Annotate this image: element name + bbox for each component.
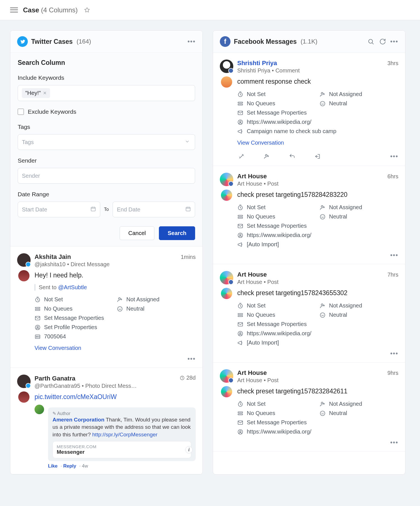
message-body: comment response check bbox=[237, 78, 398, 85]
assign-icon[interactable] bbox=[262, 152, 271, 161]
search-button[interactable]: Search bbox=[159, 226, 195, 240]
meta-status: Not Set bbox=[237, 401, 316, 407]
chip-remove-icon[interactable]: ✕ bbox=[43, 90, 47, 96]
exclude-keywords-checkbox[interactable] bbox=[18, 109, 24, 115]
star-icon[interactable] bbox=[83, 6, 91, 14]
timestamp: 1mins bbox=[181, 254, 196, 260]
info-icon[interactable]: i bbox=[185, 446, 193, 453]
include-keywords-input[interactable]: "Hey!"✕ bbox=[18, 85, 195, 101]
facebook-badge-icon bbox=[228, 279, 234, 285]
message-more-icon[interactable]: ••• bbox=[390, 153, 398, 160]
message-more-icon[interactable]: ••• bbox=[390, 252, 398, 259]
facebook-messages-column: f Facebook Messages (1.1K) ••• Shrishti … bbox=[213, 30, 405, 475]
column-title: Facebook Messages bbox=[234, 38, 297, 45]
quoted-post: ✎ Author Ameren Corporation Thank, Tim. … bbox=[48, 407, 196, 461]
meta-sentiment: Neutral bbox=[117, 306, 196, 312]
meta-queue: No Queues bbox=[35, 306, 113, 312]
start-date-input[interactable] bbox=[18, 202, 100, 217]
facebook-badge-icon bbox=[228, 68, 234, 73]
link-title: Messenger bbox=[57, 449, 187, 455]
meta-msg-props: Set Message Properties bbox=[237, 321, 398, 327]
sender-input-wrap bbox=[18, 168, 195, 184]
timestamp: 28d bbox=[180, 375, 196, 381]
meta-assigned: Not Assigned bbox=[319, 91, 398, 97]
account-avatar bbox=[221, 76, 232, 88]
meta-queue: No Queues bbox=[237, 213, 316, 220]
author-sub: @jakshita10 • Direct Message bbox=[35, 261, 196, 268]
end-date-input[interactable] bbox=[113, 202, 195, 217]
media-link[interactable]: pic.twitter.com/cMeXaOUriW bbox=[35, 393, 117, 400]
date-range-label: Date Range bbox=[18, 191, 195, 198]
link-preview[interactable]: MESSENGER.COM Messenger i bbox=[52, 441, 191, 458]
search-form: Search Column Include Keywords "Hey!"✕ E… bbox=[10, 53, 202, 247]
end-date-field[interactable] bbox=[117, 206, 182, 213]
message-card: Akshita Jain 1mins @jakshita10 • Direct … bbox=[10, 247, 202, 368]
meta-msg-props: Set Message Properties bbox=[35, 315, 196, 321]
author-name: Art House bbox=[237, 271, 267, 278]
timestamp: 7hrs bbox=[387, 272, 398, 278]
meta-status: Not Set bbox=[237, 302, 316, 309]
calendar-icon bbox=[185, 206, 191, 213]
author-name: Art House bbox=[237, 173, 267, 180]
embed-time: 4w bbox=[82, 463, 88, 469]
meta-assigned: Not Assigned bbox=[319, 204, 398, 211]
sender-label: Sender bbox=[18, 157, 195, 164]
message-card: Art House 9hrs Art House • Post check pr… bbox=[213, 363, 405, 452]
column-more-icon[interactable]: ••• bbox=[390, 38, 398, 45]
message-card: Art House 6hrs Art House • Post check pr… bbox=[213, 166, 405, 264]
facebook-badge-icon bbox=[228, 378, 234, 383]
sent-to-handle[interactable]: @ArtSubtle bbox=[58, 284, 87, 290]
meta-assigned: Not Assigned bbox=[117, 296, 196, 303]
timestamp: 9hrs bbox=[387, 370, 398, 376]
twitter-badge-icon bbox=[26, 383, 31, 388]
reply-icon[interactable] bbox=[288, 152, 296, 161]
refresh-icon[interactable] bbox=[378, 37, 387, 46]
tags-select[interactable]: Tags bbox=[18, 134, 195, 150]
column-more-icon[interactable]: ••• bbox=[188, 38, 196, 45]
account-avatar bbox=[221, 190, 232, 201]
message-card: Shrishti Priya 3hrs Shrishti Priya • Com… bbox=[213, 53, 405, 166]
message-body: check preset targeting1578284283220 bbox=[237, 191, 398, 199]
message-more-icon[interactable]: ••• bbox=[390, 439, 398, 446]
meta-campaign: [Auto Import] bbox=[237, 241, 398, 248]
column-count: (164) bbox=[77, 38, 91, 45]
account-avatar bbox=[18, 270, 29, 281]
page-title-text: Case bbox=[23, 6, 39, 14]
exit-icon[interactable] bbox=[313, 152, 321, 161]
meta-msg-props: Set Message Properties bbox=[237, 419, 398, 426]
sender-input[interactable] bbox=[22, 173, 191, 179]
page-title-count: (4 Columns) bbox=[41, 6, 78, 14]
tags-placeholder: Tags bbox=[22, 139, 34, 145]
cancel-button[interactable]: Cancel bbox=[120, 226, 154, 240]
keyword-chip[interactable]: "Hey!"✕ bbox=[22, 88, 50, 98]
author-sub: Art House • Post bbox=[237, 181, 398, 187]
message-body: Hey! I need help. bbox=[35, 272, 196, 279]
meta-sentiment: Neutral bbox=[319, 100, 398, 107]
meta-status: Not Set bbox=[237, 91, 316, 97]
message-more-icon[interactable]: ••• bbox=[188, 355, 196, 362]
facebook-badge-icon bbox=[228, 181, 234, 186]
search-icon[interactable] bbox=[367, 37, 375, 46]
view-conversation-link[interactable]: View Conversation bbox=[35, 345, 81, 351]
account-avatar bbox=[18, 391, 29, 403]
like-link[interactable]: Like bbox=[48, 463, 58, 469]
meta-url: https://www.wikipedia.org/ bbox=[237, 232, 398, 238]
author-sub: Art House • Post bbox=[237, 279, 398, 285]
twitter-icon bbox=[17, 36, 28, 47]
meta-url: https://www.wikipedia.org/ bbox=[237, 428, 398, 435]
message-more-icon[interactable]: ••• bbox=[390, 350, 398, 357]
start-date-field[interactable] bbox=[22, 206, 88, 213]
reply-link[interactable]: Reply bbox=[63, 463, 76, 469]
embed-link[interactable]: http://spr.ly/CorpMessenger bbox=[92, 432, 158, 437]
message-body: check preset targeting1578243655302 bbox=[237, 289, 398, 297]
author-name: Parth Ganatra bbox=[35, 375, 76, 382]
view-conversation-link[interactable]: View Conversation bbox=[237, 140, 284, 146]
message-body: check preset targeting1578232842611 bbox=[237, 388, 398, 395]
account-avatar bbox=[221, 288, 232, 299]
menu-icon[interactable] bbox=[10, 6, 18, 14]
to-label: To bbox=[104, 207, 109, 212]
meta-profile-props: Set Profile Properties bbox=[35, 324, 196, 331]
wand-icon[interactable] bbox=[237, 152, 246, 161]
meta-status: Not Set bbox=[35, 296, 113, 303]
exclude-keywords-label: Exclude Keywords bbox=[28, 108, 76, 115]
